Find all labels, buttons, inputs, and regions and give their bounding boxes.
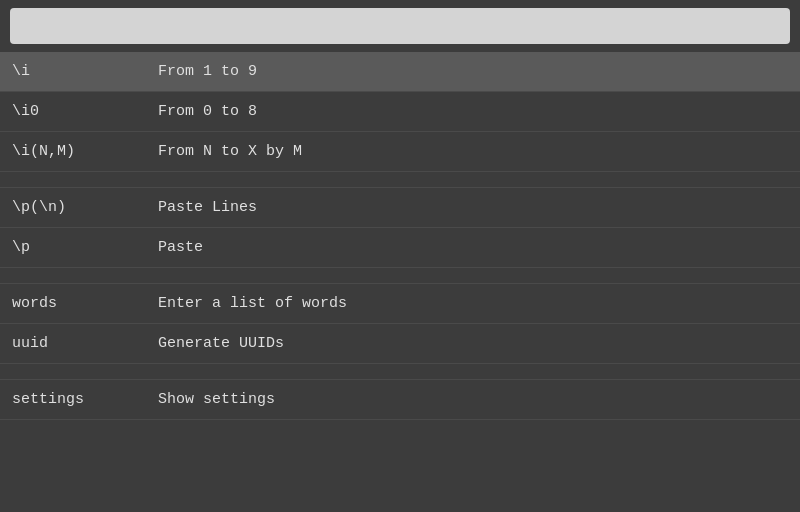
command-key: uuid (0, 331, 150, 356)
spacer-row (0, 172, 800, 188)
command-key: \i(N,M) (0, 139, 150, 164)
search-bar-container (0, 8, 800, 44)
command-key: \i (0, 59, 150, 84)
list-item[interactable]: uuidGenerate UUIDs (0, 324, 800, 364)
command-description: From 0 to 8 (150, 99, 800, 124)
spacer-row (0, 268, 800, 284)
list-item[interactable]: settingsShow settings (0, 380, 800, 420)
command-description: Enter a list of words (150, 291, 800, 316)
list-item[interactable]: \p(\n)Paste Lines (0, 188, 800, 228)
list-item[interactable]: \iFrom 1 to 9 (0, 52, 800, 92)
command-key: \p (0, 235, 150, 260)
command-description: Paste Lines (150, 195, 800, 220)
command-key: words (0, 291, 150, 316)
command-key: \p(\n) (0, 195, 150, 220)
command-list: \iFrom 1 to 9\i0From 0 to 8\i(N,M)From N… (0, 52, 800, 420)
command-description: Show settings (150, 387, 800, 412)
command-description: From 1 to 9 (150, 59, 800, 84)
list-item[interactable]: \i(N,M)From N to X by M (0, 132, 800, 172)
command-key: \i0 (0, 99, 150, 124)
command-description: Generate UUIDs (150, 331, 800, 356)
command-description: From N to X by M (150, 139, 800, 164)
command-key: settings (0, 387, 150, 412)
list-item[interactable]: \pPaste (0, 228, 800, 268)
list-item[interactable]: wordsEnter a list of words (0, 284, 800, 324)
list-item[interactable]: \i0From 0 to 8 (0, 92, 800, 132)
command-description: Paste (150, 235, 800, 260)
spacer-row (0, 364, 800, 380)
search-bar[interactable] (10, 8, 790, 44)
